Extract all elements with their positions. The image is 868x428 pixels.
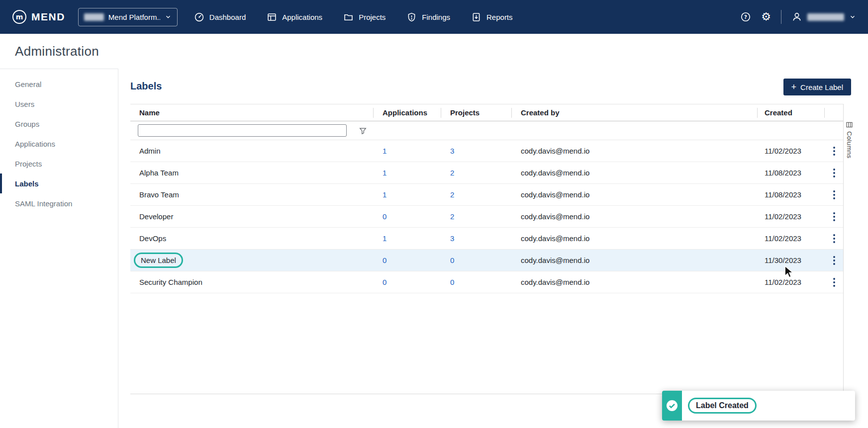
applications-count-link[interactable]: 1 [383,147,386,155]
applications-count-link[interactable]: 1 [383,169,386,177]
labels-heading: Labels [130,81,868,92]
applications-count-link[interactable]: 0 [383,256,386,264]
sidebar-item-applications[interactable]: Applications [0,134,118,154]
label-name: Admin [130,147,374,155]
redacted-org-name [84,13,104,21]
nav-item-projects[interactable]: Projects [333,0,396,34]
projects-count-link[interactable]: 2 [450,190,454,199]
chevron-down-icon [849,13,856,20]
applications-count-link[interactable]: 0 [383,212,386,221]
table-row-new-label[interactable]: New Label 0 0 cody.davis@mend.io 11/30/2… [130,250,843,271]
projects-count-link[interactable]: 0 [450,278,454,286]
table-row[interactable]: Bravo Team 1 2 cody.davis@mend.io 11/08/… [130,184,843,206]
row-actions-kebab-icon[interactable] [829,187,840,202]
sidebar-item-labels[interactable]: Labels [0,173,118,193]
column-header-name[interactable]: Name [130,104,374,121]
column-header-created-by[interactable]: Created by [512,104,758,121]
user-icon [791,11,802,22]
plus-icon: + [791,83,797,91]
org-selector-dropdown[interactable]: Mend Platform... [78,8,178,26]
mend-logo[interactable]: m MEND [12,9,65,24]
toast-success-strip [662,391,682,421]
help-icon[interactable]: ? [740,11,751,22]
name-filter-input[interactable] [138,124,347,137]
columns-panel-tab[interactable]: Columns [843,104,855,394]
table-row[interactable]: Security Champion 0 0 cody.davis@mend.io… [130,271,843,293]
created-date: 11/02/2023 [758,278,825,286]
navbar-right-cluster: ? ⚙ [740,10,856,24]
brand-text: MEND [31,11,65,23]
projects-count-link[interactable]: 3 [450,234,454,243]
row-actions-kebab-icon[interactable] [829,144,840,159]
sidebar-item-groups[interactable]: Groups [0,114,118,134]
created-by: cody.davis@mend.io [512,256,758,264]
sidebar-item-projects[interactable]: Projects [0,154,118,173]
label-name: Alpha Team [130,169,374,177]
column-header-actions [825,104,843,121]
label-name: Security Champion [130,278,374,286]
table-row[interactable]: Admin 1 3 cody.davis@mend.io 11/02/2023 [130,140,843,162]
column-header-created[interactable]: Created [758,104,825,121]
projects-count-link[interactable]: 2 [450,169,454,177]
findings-icon [406,12,417,22]
nav-item-label: Projects [359,13,386,21]
nav-item-applications[interactable]: Applications [256,0,333,34]
row-actions-kebab-icon[interactable] [829,231,840,246]
created-date: 11/02/2023 [758,234,825,243]
settings-gear-icon[interactable]: ⚙ [761,11,771,22]
projects-icon [343,12,354,22]
created-by: cody.davis@mend.io [512,278,758,286]
sidebar-item-saml-integration[interactable]: SAML Integration [0,193,118,213]
sidebar-item-label: Labels [15,179,39,188]
create-label-button[interactable]: + Create Label [783,79,851,95]
sidebar-item-label: SAML Integration [15,199,72,208]
svg-text:?: ? [744,14,747,20]
projects-count-link[interactable]: 2 [450,212,454,221]
nav-item-dashboard[interactable]: Dashboard [184,0,256,34]
table-row[interactable]: DevOps 1 3 cody.davis@mend.io 11/02/2023 [130,228,843,250]
table-filter-row [130,121,843,140]
label-name: Bravo Team [130,190,374,199]
created-by: cody.davis@mend.io [512,234,758,243]
table-row[interactable]: Alpha Team 1 2 cody.davis@mend.io 11/08/… [130,162,843,184]
mend-admin-page: m MEND Mend Platform... Dashboard [0,0,868,428]
toast-message: Label Created [696,401,749,410]
column-header-applications[interactable]: Applications [374,104,441,121]
table-row[interactable]: Developer 0 2 cody.davis@mend.io 11/02/2… [130,206,843,228]
created-by: cody.davis@mend.io [512,212,758,221]
sidebar-item-general[interactable]: General [0,74,118,94]
user-menu[interactable] [791,11,856,22]
primary-nav: Dashboard Applications Projects [184,0,523,34]
page-title: Administration [15,44,99,59]
sidebar-item-users[interactable]: Users [0,94,118,114]
created-date: 11/02/2023 [758,212,825,221]
applications-icon [267,12,277,22]
row-actions-kebab-icon[interactable] [829,253,840,268]
row-actions-kebab-icon[interactable] [829,275,840,290]
created-by: cody.davis@mend.io [512,169,758,177]
toast-body: Label Created [682,391,855,421]
nav-item-findings[interactable]: Findings [396,0,461,34]
applications-count-link[interactable]: 0 [383,278,386,286]
filter-funnel-icon[interactable] [359,127,367,135]
label-name: DevOps [130,234,374,243]
column-header-projects[interactable]: Projects [441,104,512,121]
org-dropdown-label: Mend Platform... [108,13,160,21]
applications-count-link[interactable]: 1 [383,190,386,199]
created-date: 11/02/2023 [758,147,825,155]
projects-count-link[interactable]: 3 [450,147,454,155]
columns-grid-icon [846,122,853,128]
dashboard-icon [194,12,204,22]
table-header-row: Name Applications Projects Created by Cr… [130,104,843,121]
row-actions-kebab-icon[interactable] [829,209,840,224]
row-actions-kebab-icon[interactable] [829,166,840,180]
page-header: Administration [0,34,868,69]
nav-item-label: Reports [486,13,513,21]
nav-item-reports[interactable]: Reports [461,0,523,34]
created-by: cody.davis@mend.io [512,190,758,199]
toast-notification: Label Created [662,391,855,421]
applications-count-link[interactable]: 1 [383,234,386,243]
projects-count-link[interactable]: 0 [450,256,454,264]
created-by: cody.davis@mend.io [512,147,758,155]
labels-main-panel: Labels + Create Label Name Applications … [118,69,868,428]
